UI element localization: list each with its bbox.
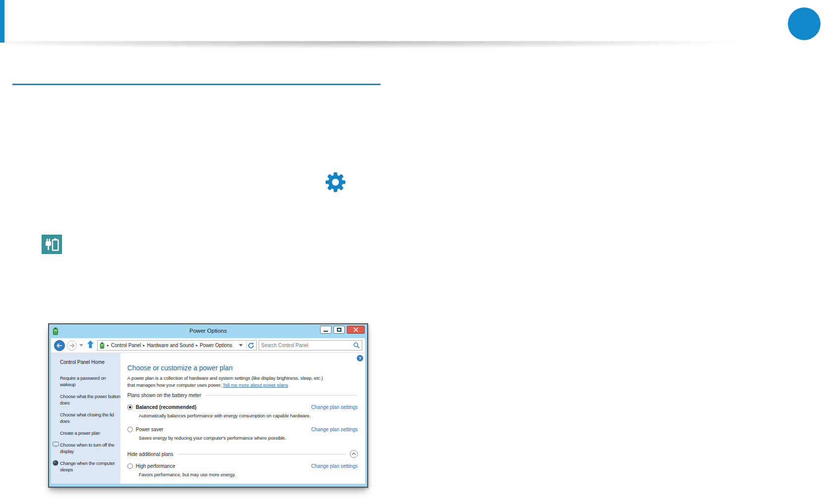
address-dropdown-chevron[interactable] [239, 344, 243, 347]
gear-icon [325, 171, 346, 193]
crumb-separator-icon: ▸ [196, 343, 198, 348]
plan-row-power-saver: Power saver Change plan settings [127, 427, 358, 432]
header-shadow [0, 41, 788, 50]
search-input[interactable] [261, 343, 353, 348]
minimize-icon [324, 331, 328, 332]
back-arrow-icon [56, 343, 62, 348]
up-arrow-icon [87, 340, 94, 349]
plan-row-high-performance: High performance Change plan settings [127, 463, 358, 469]
close-icon [353, 327, 358, 332]
forward-button[interactable] [67, 341, 77, 351]
intro-text: that manages how your computer uses powe… [127, 382, 221, 388]
crumb-control-panel[interactable]: Control Panel [111, 343, 141, 348]
collapse-plans-button[interactable] [350, 450, 358, 458]
page-title: Choose or customize a power plan [127, 364, 358, 372]
manual-page: Power Options [0, 0, 826, 504]
window-titlebar: Power Options [49, 324, 367, 338]
maximize-icon [337, 328, 341, 332]
plans-section-header: Plans shown on the battery meter [127, 393, 358, 398]
forward-arrow-icon [69, 343, 75, 348]
up-button[interactable] [87, 340, 94, 351]
sidebar-item-computer-sleeps[interactable]: Change when the computer sleeps [60, 460, 122, 473]
radio-high-performance[interactable] [127, 463, 133, 469]
sidebar-item-power-button[interactable]: Choose what the power button does [60, 393, 122, 406]
close-button[interactable] [347, 326, 365, 334]
power-plan-panel: ? Choose or customize a power plan A pow… [120, 353, 365, 484]
page-number-circle [788, 7, 821, 40]
radio-balanced[interactable] [127, 404, 133, 410]
breadcrumb-battery-icon [100, 342, 105, 349]
crumb-separator-icon: ▸ [143, 343, 145, 348]
maximize-button[interactable] [333, 326, 345, 334]
plan-desc-high-performance: Favors performance, but may use more ene… [139, 472, 358, 477]
sidebar-item-control-panel-home[interactable]: Control Panel Home [60, 359, 120, 365]
back-button[interactable] [54, 340, 65, 351]
refresh-button[interactable] [248, 342, 254, 349]
crumb-hardware-and-sound[interactable]: Hardware and Sound [147, 343, 194, 348]
radio-power-saver[interactable] [127, 427, 133, 432]
navigation-bar: ▸ Control Panel ▸ Hardware and Sound ▸ P… [51, 338, 365, 353]
control-panel-sidebar: Control Panel Home Require a password on… [51, 353, 120, 484]
search-box [259, 340, 362, 351]
hide-additional-plans-label: Hide additional plans [127, 452, 173, 457]
plan-label-high-performance[interactable]: High performance [136, 463, 175, 469]
section-rule [178, 454, 346, 454]
breadcrumb[interactable]: ▸ Control Panel ▸ Hardware and Sound ▸ P… [97, 340, 257, 351]
divider [246, 342, 247, 349]
sidebar-item-label: Change when the computer sleeps [60, 460, 115, 472]
window-title: Power Options [49, 328, 367, 334]
sidebar-item-require-password[interactable]: Require a password on wakeup [60, 375, 122, 388]
sidebar-item-turn-off-display[interactable]: Choose when to turn off the display [60, 442, 122, 454]
plan-label-balanced[interactable]: Balanced (recommended) [136, 404, 196, 410]
intro-text-line2: that manages how your computer uses powe… [127, 382, 358, 389]
chapter-accent-bar [0, 0, 4, 43]
power-options-window: Power Options [48, 323, 368, 488]
plan-desc-power-saver: Saves energy by reducing your computer's… [139, 435, 358, 441]
section-title-underline [12, 84, 381, 85]
change-plan-settings-link-balanced[interactable]: Change plan settings [311, 404, 358, 410]
power-adapter-battery-icon [42, 235, 62, 254]
crumb-power-options[interactable]: Power Options [200, 343, 232, 348]
change-plan-settings-link-high-performance[interactable]: Change plan settings [311, 463, 358, 469]
help-button[interactable]: ? [357, 355, 363, 361]
plan-label-power-saver[interactable]: Power saver [136, 427, 164, 432]
crumb-separator-icon: ▸ [107, 343, 109, 348]
sidebar-item-label: Choose when to turn off the display [60, 442, 114, 454]
tell-me-more-link[interactable]: Tell me more about power plans [223, 382, 288, 388]
hide-additional-plans-row: Hide additional plans [127, 450, 358, 458]
section-rule [206, 395, 358, 396]
minimize-button[interactable] [320, 326, 331, 334]
plan-row-balanced: Balanced (recommended) Change plan setti… [127, 404, 358, 410]
sidebar-item-closing-lid[interactable]: Choose what closing the lid does [60, 411, 122, 424]
recent-pages-chevron[interactable] [79, 344, 83, 347]
search-icon[interactable] [353, 342, 360, 349]
display-icon [53, 442, 59, 449]
sleep-power-icon [53, 460, 58, 467]
plan-desc-balanced: Automatically balances performance with … [139, 413, 358, 418]
plans-section-label: Plans shown on the battery meter [127, 393, 201, 398]
change-plan-settings-link-power-saver[interactable]: Change plan settings [311, 427, 358, 432]
intro-text-line1: A power plan is a collection of hardware… [127, 375, 358, 382]
sidebar-item-create-power-plan[interactable]: Create a power plan [60, 430, 122, 436]
chevron-up-icon [352, 453, 356, 456]
